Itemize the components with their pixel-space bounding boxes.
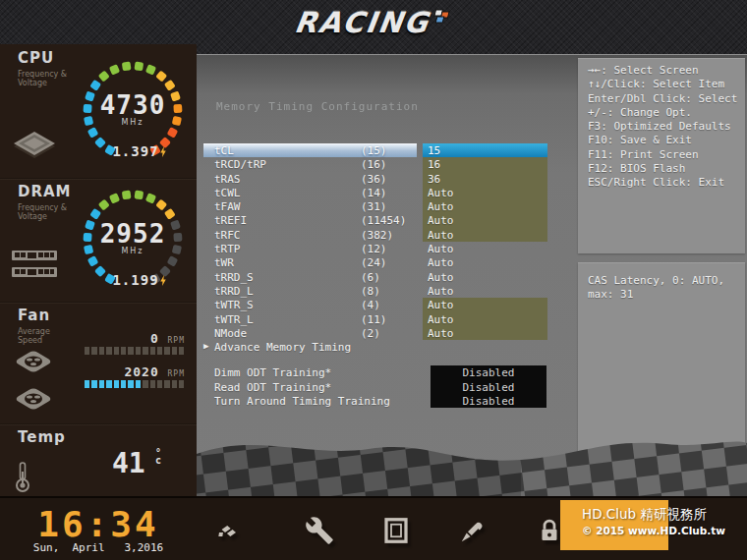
fan-speed-bar bbox=[106, 380, 111, 388]
fan-speed-bar bbox=[150, 347, 155, 355]
fan-speed-bar bbox=[99, 380, 104, 388]
gauge-segment bbox=[145, 193, 156, 203]
fan-speed-bar bbox=[114, 380, 119, 388]
gauge-segment bbox=[134, 62, 144, 72]
temperature-unit: °c bbox=[155, 449, 161, 465]
gauge-segment bbox=[155, 198, 167, 210]
timing-value[interactable]: 16 bbox=[423, 157, 547, 171]
checkered-flag-graphic bbox=[197, 419, 747, 497]
hardware-monitor-sidebar: CPU Frequency &Voltage 4730 MHz 1.397 DR… bbox=[0, 44, 197, 496]
cpu-chip-icon bbox=[12, 130, 57, 159]
timing-label: tRRD_L bbox=[214, 285, 254, 298]
watermark: HD.Club 精研視務所 © 2015 www.HD.Club.tw bbox=[582, 506, 747, 536]
timing-label: tRCD/tRP bbox=[214, 158, 266, 171]
help-line: ESC/Right Click: Exit bbox=[588, 176, 745, 190]
gauge-segment bbox=[167, 255, 179, 267]
monitor-icon[interactable] bbox=[381, 516, 411, 545]
fan2-icon bbox=[12, 384, 55, 414]
fan-speed-bar bbox=[136, 380, 141, 388]
fan-speed-bar bbox=[121, 347, 126, 355]
fan-speed-bar bbox=[85, 347, 89, 355]
cpu-frequency-value: 4730 bbox=[79, 90, 187, 120]
dram-modules-icon bbox=[10, 249, 59, 284]
fan-section-title: Fan bbox=[18, 307, 50, 324]
gauge-segment bbox=[98, 198, 110, 210]
key-help-panel: →←: Select Screen↑↓/Click: Select ItemEn… bbox=[578, 58, 745, 253]
fan-speed-bar bbox=[91, 347, 96, 355]
fan-speed-bar bbox=[164, 380, 169, 388]
cpu-frequency-gauge: 4730 MHz 1.397 bbox=[79, 57, 187, 167]
timing-default: (24) bbox=[361, 256, 387, 269]
watermark-url: © 2015 www.HD.Club.tw bbox=[582, 525, 747, 536]
timing-label: tFAW bbox=[214, 200, 241, 213]
gauge-segment bbox=[89, 208, 101, 220]
gauge-segment bbox=[145, 64, 156, 75]
item-help-text: CAS Latency, 0: AUTO, bbox=[588, 274, 745, 288]
timing-value[interactable]: Auto bbox=[423, 199, 547, 213]
gauge-segment bbox=[134, 191, 144, 200]
cpu-section-title: CPU bbox=[18, 49, 54, 67]
help-line: →←: Select Screen bbox=[588, 64, 745, 78]
timing-default: (11) bbox=[361, 313, 387, 326]
fan-speed-bar bbox=[164, 347, 169, 355]
timing-default: (8) bbox=[361, 285, 380, 298]
gauge-segment bbox=[167, 127, 179, 139]
timing-default: (16) bbox=[361, 158, 387, 171]
training-value[interactable]: Disabled bbox=[431, 365, 546, 379]
timing-value[interactable]: Auto bbox=[423, 186, 547, 199]
clock-time: 16:34 bbox=[29, 504, 167, 544]
timing-value[interactable]: Auto bbox=[423, 298, 547, 311]
timing-default: (14) bbox=[361, 187, 387, 199]
screwdriver-icon[interactable] bbox=[458, 516, 488, 545]
fan-monitor-section: Fan AverageSpeed 0 RPM 2020 R bbox=[0, 304, 197, 423]
bottom-menu-bar: 16:34 Sun, April 3,2016 bbox=[0, 496, 747, 560]
timing-value[interactable]: Auto bbox=[423, 228, 547, 242]
fan-speed-bar bbox=[114, 347, 119, 355]
fan-speed-bar bbox=[85, 380, 89, 388]
dram-frequency-gauge: 2952 MHz 1.199 bbox=[79, 186, 187, 296]
temp-section-title: Temp bbox=[18, 428, 66, 446]
fan-speed-bar bbox=[172, 380, 177, 388]
training-label: Dimm ODT Training* bbox=[214, 366, 331, 379]
fan1-rpm: 0 RPM bbox=[83, 331, 185, 346]
racing-logo: RACING bbox=[0, 6, 747, 39]
timing-label: tRRD_S bbox=[214, 271, 254, 284]
fan1-speed-bars bbox=[85, 347, 184, 355]
gauge-segment bbox=[122, 62, 132, 72]
timing-value[interactable]: Auto bbox=[423, 213, 547, 227]
timing-value[interactable]: 15 bbox=[423, 143, 547, 157]
dram-section-subtitle: Frequency &Voltage bbox=[18, 203, 67, 221]
temp-monitor-section: Temp 41 °c bbox=[0, 425, 197, 496]
wrench-icon[interactable] bbox=[305, 516, 334, 545]
help-line: +/-: Change Opt. bbox=[588, 106, 745, 120]
timing-label: tRFC bbox=[214, 229, 241, 242]
dram-frequency-unit: MHz bbox=[79, 247, 187, 255]
training-value[interactable]: Disabled bbox=[431, 380, 546, 394]
timing-value[interactable]: Auto bbox=[423, 326, 547, 340]
fan-speed-bar bbox=[136, 347, 141, 355]
timing-value[interactable]: 36 bbox=[423, 172, 547, 186]
timing-label: tREFI bbox=[214, 214, 247, 227]
gauge-segment bbox=[98, 70, 110, 82]
training-value[interactable]: Disabled bbox=[431, 394, 546, 408]
timing-value[interactable]: Auto bbox=[423, 270, 547, 284]
cpu-monitor-section: CPU Frequency &Voltage 4730 MHz 1.397 bbox=[0, 47, 197, 180]
fan-speed-bar bbox=[121, 380, 126, 388]
help-line: Enter/Dbl Click: Select bbox=[588, 92, 745, 106]
fan-speed-bar bbox=[179, 347, 184, 355]
timing-default: (15) bbox=[361, 144, 387, 157]
timing-value[interactable]: Auto bbox=[423, 312, 547, 326]
page-title: Memory Timing Configuration bbox=[216, 100, 419, 113]
timing-value[interactable]: Auto bbox=[423, 255, 547, 269]
temperature-value: 41 bbox=[112, 447, 145, 479]
cpu-voltage-value: 1.397 bbox=[92, 143, 187, 159]
racing-flag-icon[interactable] bbox=[216, 516, 246, 545]
timing-label: tWR bbox=[214, 256, 234, 269]
timing-default: (6) bbox=[361, 271, 380, 284]
timing-value[interactable]: Auto bbox=[423, 284, 547, 298]
fan-speed-bar bbox=[157, 380, 162, 388]
timing-value[interactable]: Auto bbox=[423, 242, 547, 255]
timing-default: (382) bbox=[361, 229, 393, 242]
fan2-speed-bars bbox=[85, 380, 184, 388]
dram-monitor-section: DRAM Frequency &Voltage 2952 MHz 1.199 bbox=[0, 180, 197, 302]
